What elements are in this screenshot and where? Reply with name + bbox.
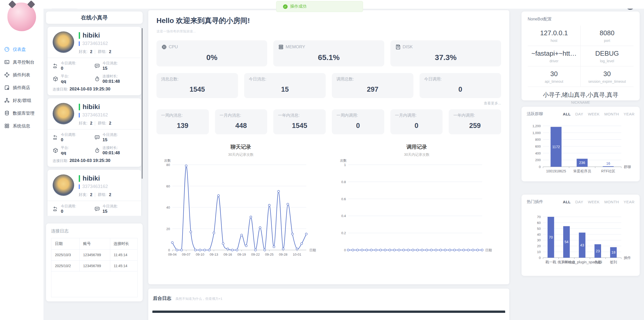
chart-plot: 00.20.40.60.81次数日期 (335, 157, 499, 260)
stat-label: 今日调用: (424, 77, 496, 82)
bot-stat-text: 今日消息:15 (103, 204, 118, 214)
bot-list-scrollbar[interactable] (142, 28, 143, 179)
chart-title: 聊天记录 (159, 144, 323, 150)
tab-all[interactable]: ALL (563, 200, 571, 204)
system-stat-box: CPU0% (156, 40, 267, 66)
sidebar-item-label: 系统信息 (13, 123, 30, 129)
svg-text:09-19: 09-19 (237, 253, 246, 256)
config-cell: 127.0.0.1host (528, 26, 581, 46)
bot-card[interactable]: hibiki 3373463162 好友:2 群组:2 今日调用:0今日消息:1… (48, 98, 141, 167)
svg-text:70: 70 (549, 235, 553, 239)
bot-name: hibiki (83, 103, 100, 111)
tab-year[interactable]: YEAR (624, 112, 635, 116)
table-cell: 11:45:14 (110, 250, 137, 260)
tab-day[interactable]: DAY (575, 112, 583, 116)
divider (48, 201, 141, 201)
svg-text:40: 40 (166, 206, 170, 209)
svg-text:色图: 色图 (594, 260, 601, 264)
table-cell: 123456789 (80, 260, 110, 271)
nonebot-config-title: NoneBot配置 (528, 17, 634, 22)
svg-text:09-16: 09-16 (223, 253, 232, 256)
groups-count: 2 (109, 50, 111, 54)
config-label: driver (529, 59, 579, 63)
bot-list: hibiki 3373463162 好友:2 群组:2 今日调用:0今日消息:1… (46, 26, 143, 216)
tab-year[interactable]: YEAR (624, 200, 635, 204)
id-accent-bar (79, 184, 80, 189)
plugin-store-icon (4, 85, 10, 90)
bot-stat-text: 今日调用:0 (61, 133, 76, 143)
bot-card[interactable]: hibiki 3373463162 好友:2 群组:2 今日调用:0今日消息:1… (48, 170, 141, 216)
config-label: port (582, 39, 632, 43)
sidebar-item-plugin-store[interactable]: 插件商店 (0, 81, 43, 94)
svg-text:10-01: 10-01 (293, 253, 301, 256)
bot-card[interactable]: hibiki 3373463162 好友:2 群组:2 今日调用:0今日消息:1… (48, 27, 141, 95)
tab-week[interactable]: WEEK (588, 200, 600, 204)
svg-text:09-10: 09-10 (196, 253, 204, 256)
stat-label: 一月内调用: (395, 113, 438, 118)
table-column-header: 账号 (80, 238, 110, 250)
friends-label: 好友: (79, 121, 87, 126)
sidebar-item-database[interactable]: 数据库管理 (0, 107, 43, 120)
svg-text:50: 50 (537, 227, 541, 231)
tab-week[interactable]: WEEK (588, 112, 600, 116)
bot-id: 3373463162 (82, 112, 108, 118)
stat-value: 259 (453, 122, 496, 130)
bot-id: 3373463162 (82, 41, 108, 46)
online-bots-title: 在线小真寻 (81, 14, 108, 21)
svg-text:09-28: 09-28 (279, 253, 287, 256)
bot-stat-text: 今日调用:0 (61, 61, 76, 71)
sidebar-item-label: 数据库管理 (13, 110, 35, 116)
system-stat-value: 37.3% (395, 53, 496, 62)
active-groups-tabs: ALLDAYWEEKMONTHYEAR (563, 112, 635, 116)
friends-label: 好友: (79, 192, 87, 197)
svg-text:0: 0 (539, 165, 541, 169)
svg-text:次数: 次数 (164, 159, 171, 162)
sidebar-item-friends[interactable]: 好友/群组 (0, 94, 43, 107)
svg-text:1001918625: 1001918625 (546, 169, 566, 173)
svg-text:40: 40 (537, 233, 541, 236)
svg-text:群聊: 群聊 (624, 165, 631, 169)
table-body: 2025/10/312345678911:45:142025/10/212345… (51, 250, 137, 271)
bot-stat: 今日调用:0 (53, 204, 94, 214)
hot-plugins-chart: 01020304050607070戳一戳54俄罗斯轮盘43nonebot_plu… (527, 214, 635, 270)
sidebar-item-console[interactable]: 真寻控制台 (0, 56, 43, 68)
config-grid: 127.0.0.1host8080port~fastapi+~htt…drive… (528, 26, 634, 87)
connection-log-title: 连接日志 (51, 228, 138, 234)
table-column-header: 连接时长 (110, 238, 137, 250)
stat-box: 一年内消息:1545 (273, 109, 326, 134)
sidebar-item-dashboard[interactable]: 仪表盘 (0, 43, 43, 56)
svg-text:20: 20 (166, 227, 170, 231)
line-chart-svg: 020406080次数日期09-0409-0709-1009-1309-1609… (159, 157, 323, 259)
svg-text:16: 16 (606, 161, 610, 165)
connect-date: 2024-10-03 19:25:30 (70, 87, 110, 91)
tab-all[interactable]: ALL (563, 112, 571, 116)
bot-stat-value: 15 (103, 137, 118, 143)
stat-label: 一月内消息: (220, 113, 263, 118)
sidebar-item-plugin-list[interactable]: 插件列表 (0, 68, 43, 81)
stat-value: 15 (249, 86, 321, 93)
stat-label: 今日消息: (249, 77, 321, 82)
svg-text:0.6: 0.6 (341, 197, 346, 201)
period-stats-row: 一周内消息:139一月内消息:448一年内消息:1545一周内调用:0一月内调用… (156, 109, 501, 134)
tab-month[interactable]: MONTH (604, 200, 619, 204)
table-cell: 123456789 (80, 250, 110, 260)
sidebar-item-system-info[interactable]: 系统信息 (0, 120, 43, 132)
connection-log-card: 连接日志 日期账号连接时长2025/10/312345678911:45:142… (46, 223, 143, 301)
tab-month[interactable]: MONTH (604, 112, 619, 116)
connect-date: 2024-10-03 19:25:30 (70, 158, 110, 163)
stat-box: 消息总数:1545 (156, 73, 238, 98)
system-stat-value: 0% (161, 53, 263, 62)
svg-text:09-04: 09-04 (168, 253, 176, 256)
sidebar-menu: 仪表盘真寻控制台插件列表插件商店好友/群组数据库管理系统信息 (0, 43, 43, 132)
hot-plugins-title: 热门插件 (527, 199, 543, 205)
system-stat-box: DISK37.3% (390, 40, 501, 66)
svg-text:43: 43 (580, 243, 584, 247)
page-subtitle: 这是一场传奇的冒险旅途... (156, 29, 501, 34)
stat-label: 一周内调用: (336, 113, 380, 118)
bot-stat: 今日消息:15 (94, 204, 136, 214)
view-more-link[interactable]: 查看更多... (156, 101, 501, 106)
nonebot-config-card: NoneBot配置 127.0.0.1host8080port~fastapi+… (522, 11, 640, 100)
tab-day[interactable]: DAY (575, 200, 583, 204)
nickname-cell: 小寻子,绪山真寻,小真寻,真寻 NICKNAME (528, 87, 634, 104)
svg-text:09-22: 09-22 (251, 253, 260, 256)
